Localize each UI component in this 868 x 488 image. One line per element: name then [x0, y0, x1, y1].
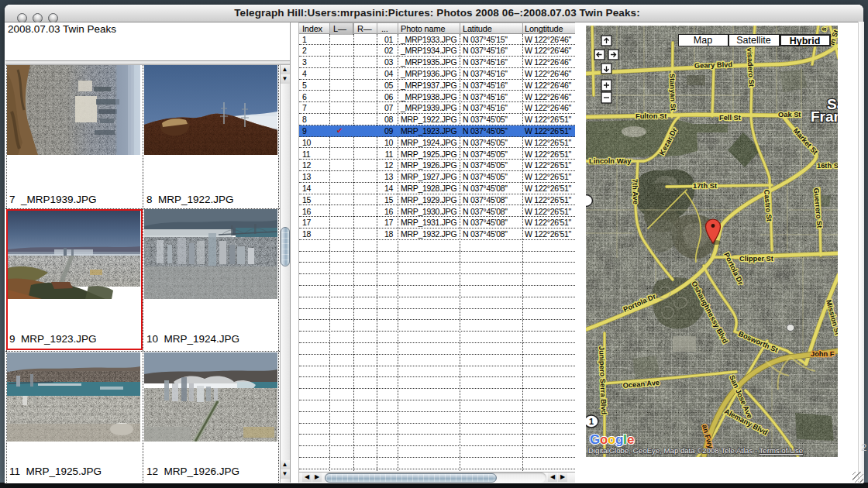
- svg-text:7th Ave: 7th Ave: [631, 179, 639, 204]
- svg-text:John F: John F: [811, 350, 835, 358]
- svg-text:e: e: [627, 432, 634, 447]
- svg-text:Clipper St: Clipper St: [739, 255, 773, 263]
- svg-text:Fell St: Fell St: [719, 114, 741, 122]
- svg-text:Stanyan St: Stanyan St: [668, 74, 677, 111]
- svg-text:Oak St: Oak St: [778, 111, 801, 119]
- svg-text:DigitalGlobe, GeoEye, Map data: DigitalGlobe, GeoEye, Map data ©2008 Tel…: [588, 446, 803, 455]
- svg-text:Francisco: Francisco: [811, 108, 838, 125]
- svg-text:o: o: [600, 432, 608, 447]
- svg-text:1: 1: [589, 417, 594, 426]
- svg-text:Fulton St: Fulton St: [636, 112, 666, 120]
- svg-text:Geary Blvd: Geary Blvd: [694, 60, 733, 70]
- svg-text:17th St: 17th St: [693, 182, 717, 190]
- svg-text:16th S: 16th S: [817, 162, 838, 170]
- svg-text:Lincoln Way: Lincoln Way: [589, 157, 632, 165]
- svg-text:g: g: [615, 432, 623, 447]
- svg-text:o: o: [608, 432, 615, 447]
- svg-text:G: G: [590, 432, 600, 447]
